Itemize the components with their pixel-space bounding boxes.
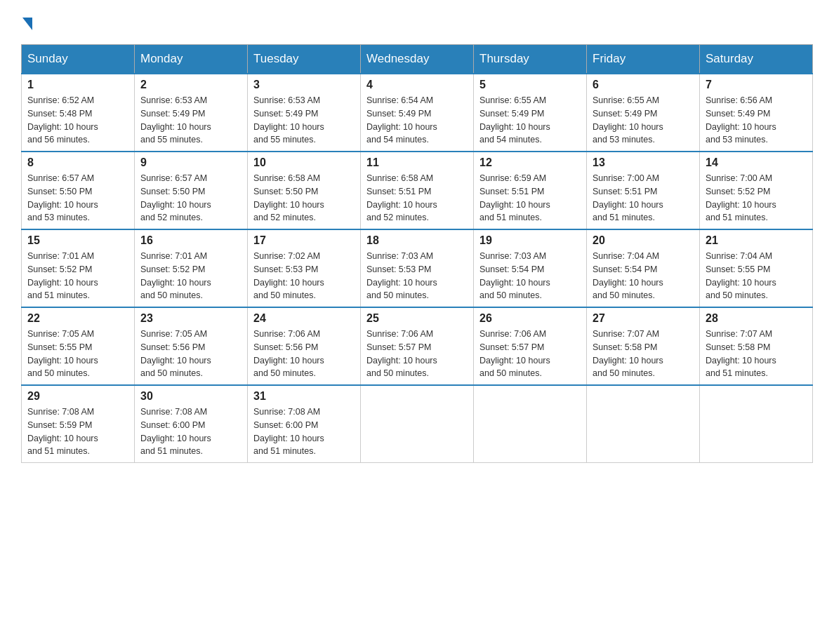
day-info: Sunrise: 7:00 AM Sunset: 5:51 PM Dayligh… [593,172,694,224]
calendar-header-sunday: Sunday [22,45,135,74]
calendar-header-wednesday: Wednesday [361,45,474,74]
calendar-cell [474,385,587,463]
calendar-cell: 5 Sunrise: 6:55 AM Sunset: 5:49 PM Dayli… [474,74,587,152]
day-info: Sunrise: 7:06 AM Sunset: 5:57 PM Dayligh… [366,328,468,380]
calendar-cell: 1 Sunrise: 6:52 AM Sunset: 5:48 PM Dayli… [22,74,135,152]
calendar-cell: 9 Sunrise: 6:57 AM Sunset: 5:50 PM Dayli… [135,152,248,229]
calendar-cell: 13 Sunrise: 7:00 AM Sunset: 5:51 PM Dayl… [587,152,700,229]
day-number: 18 [366,234,468,247]
day-info: Sunrise: 7:08 AM Sunset: 6:00 PM Dayligh… [253,405,355,458]
day-info: Sunrise: 7:06 AM Sunset: 5:57 PM Dayligh… [479,328,581,380]
day-info: Sunrise: 7:04 AM Sunset: 5:54 PM Dayligh… [593,250,694,302]
calendar-cell [361,385,474,463]
day-info: Sunrise: 7:01 AM Sunset: 5:52 PM Dayligh… [140,250,241,302]
calendar-cell [700,385,813,463]
week-row-1: 1 Sunrise: 6:52 AM Sunset: 5:48 PM Dayli… [22,74,813,152]
calendar-cell: 19 Sunrise: 7:03 AM Sunset: 5:54 PM Dayl… [474,229,587,307]
day-info: Sunrise: 6:53 AM Sunset: 5:49 PM Dayligh… [140,94,241,147]
calendar-cell: 17 Sunrise: 7:02 AM Sunset: 5:53 PM Dayl… [248,229,361,307]
calendar-header-tuesday: Tuesday [248,45,361,74]
day-number: 3 [253,79,355,91]
calendar-cell: 15 Sunrise: 7:01 AM Sunset: 5:52 PM Dayl… [22,229,135,307]
calendar-cell: 26 Sunrise: 7:06 AM Sunset: 5:57 PM Dayl… [474,307,587,385]
day-number: 16 [140,234,241,247]
calendar-cell: 7 Sunrise: 6:56 AM Sunset: 5:49 PM Dayli… [700,74,813,152]
day-number: 13 [593,156,694,169]
day-number: 8 [27,156,128,169]
day-number: 21 [706,234,807,247]
day-number: 6 [593,79,694,91]
day-info: Sunrise: 7:08 AM Sunset: 5:59 PM Dayligh… [27,405,128,458]
calendar-header-saturday: Saturday [700,45,813,74]
day-number: 10 [253,156,355,169]
day-info: Sunrise: 7:00 AM Sunset: 5:52 PM Dayligh… [706,172,807,224]
page-header [21,14,813,30]
day-info: Sunrise: 7:03 AM Sunset: 5:54 PM Dayligh… [479,250,581,302]
calendar-cell: 16 Sunrise: 7:01 AM Sunset: 5:52 PM Dayl… [135,229,248,307]
day-number: 14 [706,156,807,169]
day-number: 31 [253,390,355,403]
day-info: Sunrise: 7:01 AM Sunset: 5:52 PM Dayligh… [27,250,128,302]
day-number: 4 [366,79,468,91]
day-number: 11 [366,156,468,169]
calendar-cell: 20 Sunrise: 7:04 AM Sunset: 5:54 PM Dayl… [587,229,700,307]
calendar-header-friday: Friday [587,45,700,74]
day-number: 29 [27,390,128,403]
day-number: 15 [27,234,128,247]
day-number: 19 [479,234,581,247]
calendar-table: SundayMondayTuesdayWednesdayThursdayFrid… [21,44,813,463]
day-info: Sunrise: 6:57 AM Sunset: 5:50 PM Dayligh… [140,172,241,224]
day-info: Sunrise: 6:59 AM Sunset: 5:51 PM Dayligh… [479,172,581,224]
day-number: 5 [479,79,581,91]
day-number: 1 [27,79,128,91]
calendar-cell: 24 Sunrise: 7:06 AM Sunset: 5:56 PM Dayl… [248,307,361,385]
calendar-header-thursday: Thursday [474,45,587,74]
day-number: 26 [479,312,581,325]
day-info: Sunrise: 7:05 AM Sunset: 5:55 PM Dayligh… [27,328,128,380]
calendar-cell: 21 Sunrise: 7:04 AM Sunset: 5:55 PM Dayl… [700,229,813,307]
week-row-5: 29 Sunrise: 7:08 AM Sunset: 5:59 PM Dayl… [22,385,813,463]
calendar-cell: 29 Sunrise: 7:08 AM Sunset: 5:59 PM Dayl… [22,385,135,463]
day-info: Sunrise: 6:52 AM Sunset: 5:48 PM Dayligh… [27,94,128,147]
calendar-header-monday: Monday [135,45,248,74]
week-row-4: 22 Sunrise: 7:05 AM Sunset: 5:55 PM Dayl… [22,307,813,385]
logo-arrow-icon [22,18,32,30]
day-info: Sunrise: 6:56 AM Sunset: 5:49 PM Dayligh… [706,94,807,147]
calendar-cell: 12 Sunrise: 6:59 AM Sunset: 5:51 PM Dayl… [474,152,587,229]
calendar-cell [587,385,700,463]
calendar-cell: 10 Sunrise: 6:58 AM Sunset: 5:50 PM Dayl… [248,152,361,229]
day-info: Sunrise: 6:54 AM Sunset: 5:49 PM Dayligh… [366,94,468,147]
day-info: Sunrise: 6:53 AM Sunset: 5:49 PM Dayligh… [253,94,355,147]
day-info: Sunrise: 6:55 AM Sunset: 5:49 PM Dayligh… [593,94,694,147]
day-info: Sunrise: 7:02 AM Sunset: 5:53 PM Dayligh… [253,250,355,302]
calendar-header-row: SundayMondayTuesdayWednesdayThursdayFrid… [22,45,813,74]
calendar-cell: 27 Sunrise: 7:07 AM Sunset: 5:58 PM Dayl… [587,307,700,385]
calendar-cell: 28 Sunrise: 7:07 AM Sunset: 5:58 PM Dayl… [700,307,813,385]
calendar-cell: 25 Sunrise: 7:06 AM Sunset: 5:57 PM Dayl… [361,307,474,385]
calendar-cell: 11 Sunrise: 6:58 AM Sunset: 5:51 PM Dayl… [361,152,474,229]
day-info: Sunrise: 7:06 AM Sunset: 5:56 PM Dayligh… [253,328,355,380]
day-number: 24 [253,312,355,325]
day-number: 23 [140,312,241,325]
day-number: 12 [479,156,581,169]
day-info: Sunrise: 6:58 AM Sunset: 5:51 PM Dayligh… [366,172,468,224]
calendar-cell: 22 Sunrise: 7:05 AM Sunset: 5:55 PM Dayl… [22,307,135,385]
day-info: Sunrise: 7:07 AM Sunset: 5:58 PM Dayligh… [593,328,694,380]
day-info: Sunrise: 6:58 AM Sunset: 5:50 PM Dayligh… [253,172,355,224]
calendar-cell: 23 Sunrise: 7:05 AM Sunset: 5:56 PM Dayl… [135,307,248,385]
day-number: 30 [140,390,241,403]
week-row-2: 8 Sunrise: 6:57 AM Sunset: 5:50 PM Dayli… [22,152,813,229]
day-info: Sunrise: 7:04 AM Sunset: 5:55 PM Dayligh… [706,250,807,302]
calendar-cell: 4 Sunrise: 6:54 AM Sunset: 5:49 PM Dayli… [361,74,474,152]
day-info: Sunrise: 6:55 AM Sunset: 5:49 PM Dayligh… [479,94,581,147]
day-number: 2 [140,79,241,91]
day-number: 27 [593,312,694,325]
week-row-3: 15 Sunrise: 7:01 AM Sunset: 5:52 PM Dayl… [22,229,813,307]
day-number: 17 [253,234,355,247]
calendar-cell: 30 Sunrise: 7:08 AM Sunset: 6:00 PM Dayl… [135,385,248,463]
calendar-cell: 3 Sunrise: 6:53 AM Sunset: 5:49 PM Dayli… [248,74,361,152]
calendar-cell: 31 Sunrise: 7:08 AM Sunset: 6:00 PM Dayl… [248,385,361,463]
day-info: Sunrise: 7:07 AM Sunset: 5:58 PM Dayligh… [706,328,807,380]
day-number: 9 [140,156,241,169]
day-info: Sunrise: 7:08 AM Sunset: 6:00 PM Dayligh… [140,405,241,458]
